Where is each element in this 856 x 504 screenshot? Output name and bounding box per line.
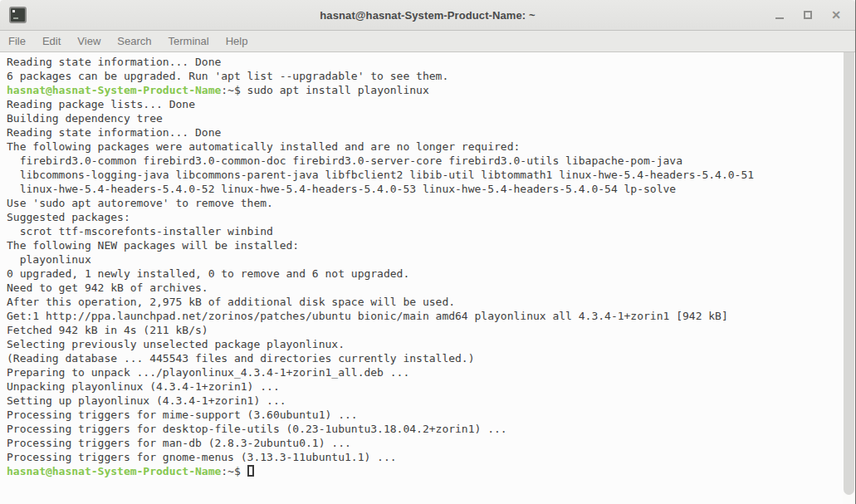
prompt-user-host: hasnat@hasnat-System-Product-Name — [7, 465, 221, 477]
menubar: File Edit View Search Terminal Help — [0, 31, 855, 52]
terminal-line: Suggested packages: — [7, 210, 839, 224]
terminal-line: Need to get 942 kB of archives. — [7, 281, 839, 295]
terminal-app-icon[interactable] — [9, 7, 27, 23]
terminal-line: Reading state information... Done — [7, 55, 839, 69]
command-text: sudo apt install playonlinux — [247, 84, 429, 96]
terminal-line: Processing triggers for man-db (2.8.3-2u… — [7, 436, 839, 450]
menu-file[interactable]: File — [0, 32, 34, 51]
terminal-line: playonlinux — [7, 252, 839, 267]
terminal-line: 0 upgraded, 1 newly installed, 0 to remo… — [7, 267, 839, 281]
maximize-button[interactable] — [794, 2, 822, 27]
menu-help[interactable]: Help — [218, 32, 257, 51]
terminal-prompt-line: hasnat@hasnat-System-Product-Name:~$ — [7, 464, 839, 478]
terminal-line: linux-hwe-5.4-headers-5.4.0-52 linux-hwe… — [7, 182, 839, 196]
terminal-window: hasnat@hasnat-System-Product-Name: ~ ✕ F… — [0, 0, 856, 504]
terminal-line: libcommons-logging-java libcommons-paren… — [7, 168, 839, 182]
terminal-line: After this operation, 2,975 kB of additi… — [7, 295, 839, 309]
menu-search[interactable]: Search — [109, 32, 159, 51]
terminal-line: Building dependency tree — [7, 111, 839, 125]
scrollbar-track[interactable] — [843, 52, 854, 504]
menu-terminal[interactable]: Terminal — [160, 32, 218, 51]
close-button[interactable]: ✕ — [822, 2, 850, 27]
terminal-line: (Reading database ... 445543 files and d… — [7, 351, 839, 365]
titlebar[interactable]: hasnat@hasnat-System-Product-Name: ~ ✕ — [0, 0, 855, 31]
terminal-line: 6 packages can be upgraded. Run 'apt lis… — [7, 69, 839, 83]
prompt-suffix: :~$ — [221, 84, 247, 96]
terminal-line: Selecting previously unselected package … — [7, 337, 839, 351]
terminal-line: Use 'sudo apt autoremove' to remove them… — [7, 196, 839, 210]
terminal-line: Preparing to unpack .../playonlinux_4.3.… — [7, 365, 839, 379]
terminal-prompt-line: hasnat@hasnat-System-Product-Name:~$ sud… — [7, 83, 839, 97]
terminal-line: Reading package lists... Done — [7, 97, 839, 111]
minimize-button[interactable] — [766, 2, 794, 27]
terminal-line: Fetched 942 kB in 4s (211 kB/s) — [7, 323, 839, 337]
terminal-line: Reading state information... Done — [7, 125, 839, 139]
terminal-line: Unpacking playonlinux (4.3.4-1+zorin1) .… — [7, 379, 839, 394]
terminal-line: scrot ttf-mscorefonts-installer winbind — [7, 224, 839, 238]
menu-view[interactable]: View — [69, 32, 109, 51]
terminal-line: The following packages were automaticall… — [7, 139, 839, 154]
terminal-line: Processing triggers for gnome-menus (3.1… — [7, 450, 839, 464]
terminal-line: Processing triggers for desktop-file-uti… — [7, 422, 839, 436]
scrollbar-thumb[interactable] — [844, 52, 854, 495]
prompt-user-host: hasnat@hasnat-System-Product-Name — [7, 84, 221, 96]
maximize-icon — [804, 11, 812, 19]
terminal-screen[interactable]: Reading state information... Done 6 pack… — [0, 52, 855, 504]
menu-edit[interactable]: Edit — [34, 32, 69, 51]
terminal-line: Setting up playonlinux (4.3.4-1+zorin1) … — [7, 394, 839, 408]
prompt-suffix: :~$ — [221, 465, 247, 477]
window-controls: ✕ — [766, 0, 850, 30]
terminal-cursor — [247, 465, 254, 477]
terminal-line: Processing triggers for mime-support (3.… — [7, 408, 839, 422]
terminal-line: firebird3.0-common firebird3.0-common-do… — [7, 154, 839, 168]
terminal-line: Get:1 http://ppa.launchpad.net/zorinos/p… — [7, 309, 839, 323]
minimize-icon — [775, 17, 784, 19]
close-icon: ✕ — [831, 9, 841, 21]
terminal-line: The following NEW packages will be insta… — [7, 238, 839, 252]
window-title: hasnat@hasnat-System-Product-Name: ~ — [0, 9, 855, 22]
